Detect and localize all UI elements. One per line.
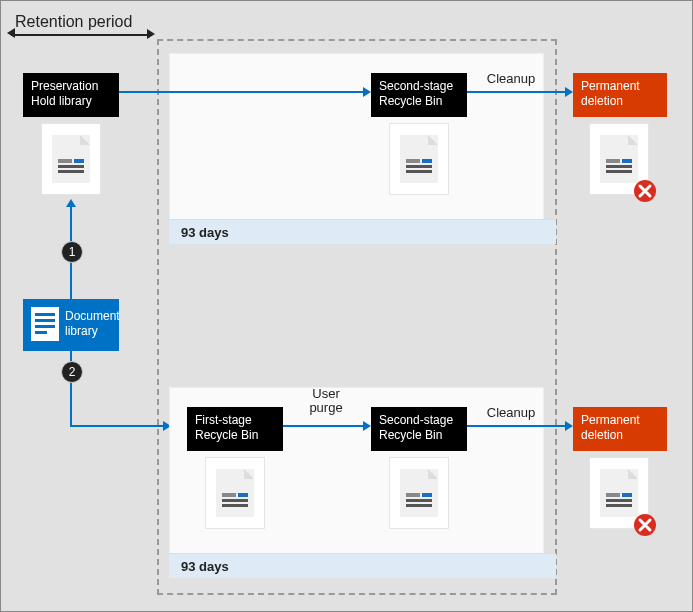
svg-rect-28 — [222, 499, 248, 502]
doclib-line2: library — [65, 324, 98, 338]
svg-rect-3 — [74, 159, 84, 163]
svg-rect-40 — [606, 499, 632, 502]
delete-badge-icon-2 — [633, 513, 657, 537]
diagram-canvas: Retention period 93 days Preservation Ho… — [0, 0, 693, 612]
path1-cleanup-label: Cleanup — [481, 71, 541, 86]
p1-perm-line2: deletion — [581, 94, 623, 108]
svg-rect-38 — [606, 493, 620, 497]
preservation-line2: Hold library — [31, 94, 92, 108]
path2-user-purge-label: User purge — [301, 387, 351, 416]
p2-perm-line2: deletion — [581, 428, 623, 442]
badge-1: 1 — [61, 241, 83, 263]
svg-rect-35 — [406, 504, 432, 507]
diagram-title: Retention period — [15, 13, 132, 31]
path1-footer: 93 days — [169, 219, 556, 244]
p1-perm-line1: Permanent — [581, 79, 640, 93]
svg-rect-21 — [35, 319, 55, 322]
p2-userpurge-l1: User — [312, 386, 339, 401]
path2-permanent-deletion-card: Permanent deletion — [573, 407, 667, 451]
svg-rect-23 — [35, 331, 47, 334]
svg-rect-39 — [622, 493, 632, 497]
preservation-doc-icon — [41, 123, 101, 195]
p1-second-line1: Second-stage — [379, 79, 453, 93]
svg-rect-27 — [238, 493, 248, 497]
path1-permanent-deletion-card: Permanent deletion — [573, 73, 667, 117]
svg-rect-10 — [406, 165, 432, 168]
path2-second-stage-card: Second-stage Recycle Bin — [371, 407, 467, 451]
p1-second-line2: Recycle Bin — [379, 94, 442, 108]
svg-rect-11 — [406, 170, 432, 173]
svg-rect-34 — [406, 499, 432, 502]
svg-rect-14 — [606, 159, 620, 163]
badge-2: 2 — [61, 361, 83, 383]
svg-rect-19 — [31, 307, 59, 341]
svg-rect-4 — [58, 165, 84, 168]
svg-rect-29 — [222, 504, 248, 507]
svg-rect-32 — [406, 493, 420, 497]
p2-second-line1: Second-stage — [379, 413, 453, 427]
p1-second-doc-icon — [389, 123, 449, 195]
p2-first-doc-icon — [205, 457, 265, 529]
p2-first-line1: First-stage — [195, 413, 252, 427]
svg-rect-5 — [58, 170, 84, 173]
p2-perm-line1: Permanent — [581, 413, 640, 427]
p2-userpurge-l2: purge — [309, 400, 342, 415]
path2-footer: 93 days — [169, 553, 556, 578]
path2-footer-text: 93 days — [181, 559, 229, 574]
svg-rect-16 — [606, 165, 632, 168]
svg-rect-20 — [35, 313, 55, 316]
path2-first-stage-card: First-stage Recycle Bin — [187, 407, 283, 451]
path1-footer-text: 93 days — [181, 225, 229, 240]
svg-rect-9 — [422, 159, 432, 163]
svg-rect-26 — [222, 493, 236, 497]
svg-rect-2 — [58, 159, 72, 163]
svg-rect-17 — [606, 170, 632, 173]
path2-cleanup-label: Cleanup — [481, 405, 541, 420]
p2-second-doc-icon — [389, 457, 449, 529]
svg-rect-15 — [622, 159, 632, 163]
svg-rect-8 — [406, 159, 420, 163]
preservation-hold-card: Preservation Hold library — [23, 73, 119, 117]
doclib-line1: Document — [65, 309, 120, 323]
delete-badge-icon — [633, 179, 657, 203]
svg-rect-33 — [422, 493, 432, 497]
svg-rect-41 — [606, 504, 632, 507]
document-library-card: Document library — [23, 299, 119, 351]
p2-second-line2: Recycle Bin — [379, 428, 442, 442]
path1-second-stage-card: Second-stage Recycle Bin — [371, 73, 467, 117]
svg-rect-22 — [35, 325, 55, 328]
p2-first-line2: Recycle Bin — [195, 428, 258, 442]
preservation-line1: Preservation — [31, 79, 98, 93]
